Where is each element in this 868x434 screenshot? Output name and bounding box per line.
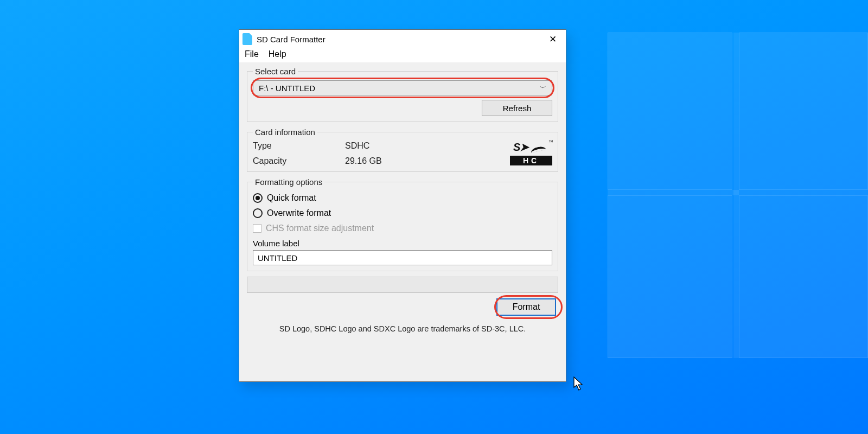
- card-dropdown[interactable]: F:\ - UNTITLED ﹀: [253, 80, 552, 95]
- trademark-symbol: ™: [548, 139, 553, 145]
- type-label: Type: [253, 141, 345, 151]
- quick-format-label: Quick format: [267, 193, 316, 203]
- mouse-cursor-icon: [573, 376, 585, 392]
- progress-bar: [247, 277, 558, 293]
- menubar: File Help: [239, 48, 566, 62]
- select-card-legend: Select card: [253, 67, 298, 76]
- app-icon: [242, 33, 252, 45]
- radio-quick-format[interactable]: Quick format: [253, 193, 552, 203]
- dialog-body: Select card F:\ - UNTITLED ﹀ Refresh Car…: [239, 62, 566, 381]
- app-window: SD Card Formatter ✕ File Help Select car…: [239, 29, 566, 382]
- close-icon: ✕: [549, 34, 557, 45]
- type-value: SDHC: [345, 141, 503, 151]
- card-info-legend: Card information: [253, 127, 317, 137]
- menu-help[interactable]: Help: [269, 49, 286, 59]
- trademark-text: SD Logo, SDHC Logo and SDXC Logo are tra…: [247, 321, 558, 333]
- capacity-label: Capacity: [253, 156, 345, 166]
- formatting-legend: Formatting options: [253, 177, 324, 187]
- chs-label: CHS format size adjustment: [266, 224, 374, 233]
- overwrite-format-label: Overwrite format: [267, 208, 331, 218]
- radio-icon: [253, 193, 263, 203]
- capacity-value: 29.16 GB: [345, 156, 503, 166]
- radio-icon: [253, 208, 263, 218]
- hc-logo-text: HC: [510, 156, 552, 165]
- volume-label-input[interactable]: [253, 250, 552, 265]
- sdhc-logo: S➤ ™ HC: [503, 142, 552, 165]
- radio-overwrite-format[interactable]: Overwrite format: [253, 208, 552, 218]
- sd-logo-text: S➤: [513, 141, 528, 154]
- card-info-group: Card information Type SDHC S➤ ™ HC Capac…: [247, 127, 558, 172]
- menu-file[interactable]: File: [245, 49, 259, 59]
- card-dropdown-value: F:\ - UNTITLED: [259, 84, 315, 93]
- window-title: SD Card Formatter: [257, 35, 326, 44]
- select-card-group: Select card F:\ - UNTITLED ﹀ Refresh: [247, 67, 558, 122]
- titlebar: SD Card Formatter ✕: [239, 30, 566, 48]
- checkbox-icon: [253, 224, 261, 233]
- sd-swoosh-icon: [530, 145, 546, 153]
- refresh-button[interactable]: Refresh: [482, 100, 552, 116]
- volume-label-caption: Volume label: [253, 239, 552, 248]
- formatting-options-group: Formatting options Quick format Overwrit…: [247, 177, 558, 271]
- checkbox-chs-adjustment[interactable]: CHS format size adjustment: [253, 224, 552, 233]
- format-button[interactable]: Format: [496, 298, 556, 316]
- close-button[interactable]: ✕: [545, 31, 560, 47]
- chevron-down-icon: ﹀: [540, 84, 546, 93]
